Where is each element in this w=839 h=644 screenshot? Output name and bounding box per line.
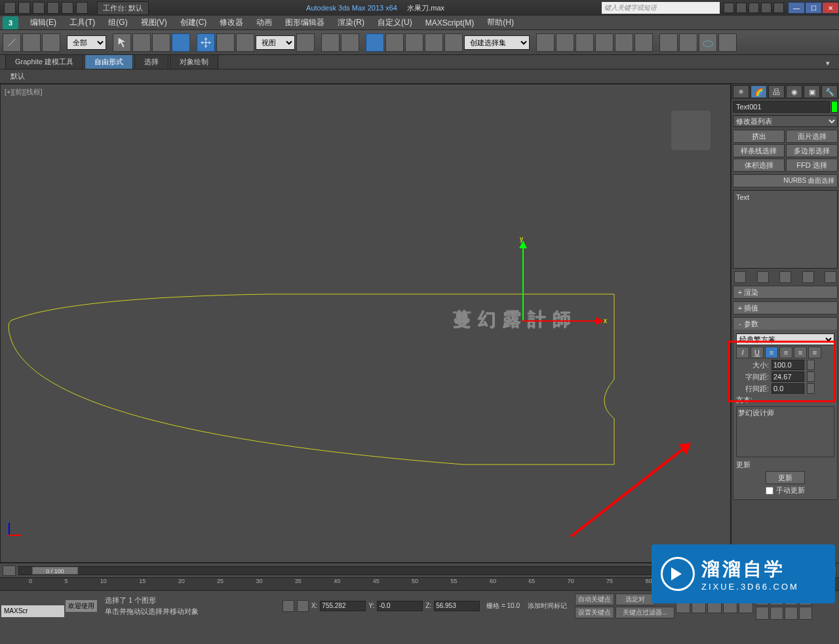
render-iterative-icon[interactable] [718,33,737,52]
maxscript-listener[interactable]: MAXScr [1,605,64,617]
tab-utilities-icon[interactable]: 🔧 [821,85,838,98]
window-crossing-icon[interactable] [172,33,190,52]
mod-ffd-select[interactable]: FFD 选择 [786,159,838,172]
help-icon[interactable] [773,3,784,13]
align-center-icon[interactable]: ≡ [779,347,792,358]
tab-create-icon[interactable]: ✳ [733,85,749,98]
modifier-list-dropdown[interactable]: 修改器列表 [733,115,838,127]
layers-icon[interactable] [576,33,594,52]
workspace-selector[interactable]: 工作台: 默认 [97,1,149,15]
prev-key-icon[interactable] [3,565,16,576]
size-spinner[interactable] [771,360,804,370]
select-region-icon[interactable] [152,33,170,52]
tab-modify-icon[interactable]: 🌈 [751,85,767,98]
orbit-icon[interactable] [785,607,798,620]
move-gizmo[interactable]: y x [512,237,610,328]
select-move-icon[interactable] [197,33,215,52]
auto-key-button[interactable]: 自动关键点 [575,594,614,605]
viewport-front[interactable]: [+][前][线框] 蔓幻露計師 y x [0,84,731,563]
update-button[interactable]: 更新 [766,471,805,484]
add-time-tag-label[interactable]: 添加时间标记 [528,601,574,611]
remove-modifier-icon[interactable] [802,271,814,283]
menu-animation[interactable]: 动画 [250,17,279,28]
search-icon[interactable] [724,3,734,13]
rollout-interp-header[interactable]: +插值 [733,302,837,314]
select-object-icon[interactable] [113,33,131,52]
render-setup-icon[interactable] [659,33,678,52]
subscription-icon[interactable] [736,3,747,13]
selection-filter-dropdown[interactable]: 全部 [67,35,106,50]
pan-icon[interactable] [770,607,783,620]
align-icon[interactable] [556,33,574,52]
viewcube[interactable] [671,111,711,150]
z-coord-field[interactable] [434,601,480,611]
italic-icon[interactable]: I [736,347,749,358]
size-spinner-arrows[interactable] [807,360,815,370]
infocenter-search[interactable]: 键入关键字或短语 [602,2,720,14]
ribbon-sub-default[interactable]: 默认 [5,71,30,81]
select-manipulate-icon[interactable] [321,33,340,52]
render-production-icon[interactable] [699,33,717,52]
menu-rendering[interactable]: 渲染(R) [331,17,371,28]
rollout-params-header[interactable]: -参数 [733,318,837,330]
mirror-icon[interactable] [536,33,555,52]
ribbon-tab-graphite[interactable]: Graphite 建模工具 [5,54,83,69]
minimize-button[interactable]: — [788,2,805,14]
mod-poly-select[interactable]: 多边形选择 [786,144,838,157]
bind-spacewarp-icon[interactable] [42,33,60,52]
application-button[interactable]: 3 [3,16,18,29]
object-color-swatch[interactable] [831,101,838,113]
menu-create[interactable]: 创建(C) [174,17,214,28]
modifier-stack[interactable]: Text [733,190,838,269]
keyboard-shortcut-icon[interactable] [341,33,359,52]
menu-group[interactable]: 组(G) [102,17,134,28]
pin-stack-icon[interactable] [734,271,746,283]
qat-new-icon[interactable] [4,2,16,14]
field-of-view-icon[interactable] [756,607,769,620]
select-by-name-icon[interactable] [132,33,151,52]
qat-redo-icon[interactable] [62,2,73,14]
menu-maxscript[interactable]: MAXScript(M) [419,18,481,28]
tab-motion-icon[interactable]: ◉ [786,85,802,98]
angle-snap-icon[interactable] [385,33,404,52]
material-editor-icon[interactable] [634,33,653,52]
edit-named-sel-icon[interactable] [444,33,463,52]
y-coord-field[interactable] [377,601,423,611]
ribbon-chevron-icon[interactable]: ▾ [822,58,834,69]
mod-nurbs-select[interactable]: NURBS 曲面选择 [733,174,838,187]
favorite-icon[interactable] [761,3,771,13]
select-rotate-icon[interactable] [216,33,235,52]
make-unique-icon[interactable] [779,271,791,283]
reference-coord-dropdown[interactable]: 视图 [256,35,295,50]
gizmo-y-axis[interactable] [522,243,524,322]
mod-spline-select[interactable]: 样条线选择 [733,144,785,157]
align-justify-icon[interactable]: ≡ [808,347,821,358]
mod-extrude[interactable]: 挤出 [733,130,785,143]
qat-undo-icon[interactable] [47,2,59,14]
menu-views[interactable]: 视图(V) [134,17,174,28]
schematic-view-icon[interactable] [615,33,633,52]
key-filters-button[interactable]: 关键点过滤器... [615,607,674,618]
qat-save-icon[interactable] [33,2,45,14]
tab-hierarchy-icon[interactable]: 品 [768,85,785,98]
object-name-field[interactable] [733,101,830,113]
select-link-icon[interactable] [3,33,21,52]
kerning-spinner[interactable] [771,371,804,382]
tab-display-icon[interactable]: ▣ [804,85,820,98]
mod-face-select[interactable]: 面片选择 [786,130,838,143]
ribbon-tab-paint[interactable]: 对象绘制 [170,54,218,69]
leading-spinner-arrows[interactable] [807,383,815,394]
align-left-icon[interactable]: ≡ [765,347,778,358]
named-selection-dropdown[interactable]: 创建选择集 [464,35,530,50]
selection-lock-icon[interactable] [283,600,294,612]
qat-open-icon[interactable] [18,2,30,14]
menu-edit[interactable]: 编辑(E) [24,17,63,28]
maximize-viewport-icon[interactable] [799,607,812,620]
close-button[interactable]: ✕ [822,2,839,14]
viewport-label[interactable]: [+][前][线框] [5,87,43,97]
set-key-button[interactable]: 设置关键点 [575,607,614,618]
font-dropdown[interactable]: 经典繁方篆 [736,333,834,345]
maximize-button[interactable]: ☐ [805,2,822,14]
percent-snap-icon[interactable] [405,33,423,52]
curve-editor-icon[interactable] [595,33,614,52]
